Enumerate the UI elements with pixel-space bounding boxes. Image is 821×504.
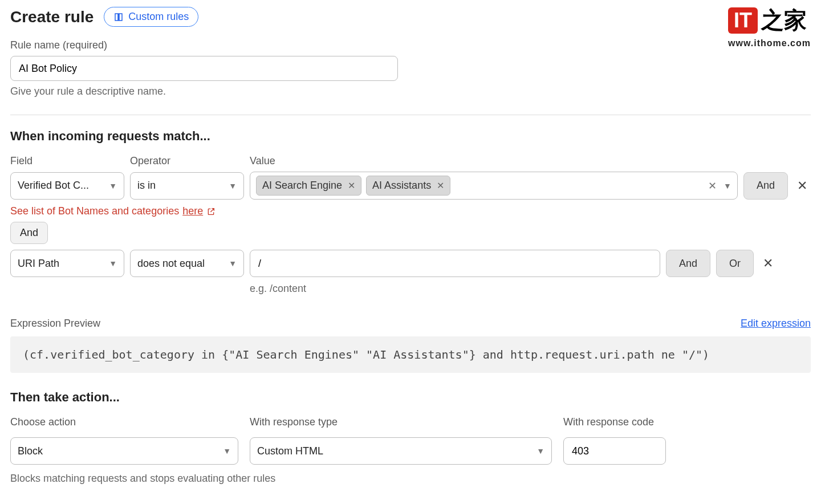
chevron-down-icon: ▼	[537, 446, 544, 456]
chevron-down-icon: ▼	[109, 259, 117, 268]
chip-label: AI Search Engine	[262, 180, 342, 192]
chip-remove-icon[interactable]: ✕	[437, 180, 444, 191]
value-multiselect[interactable]: AI Search Engine ✕ AI Assistants ✕ ✕ ▼	[250, 172, 738, 200]
col-header-operator: Operator	[130, 155, 244, 167]
rule-row: URI Path ▼ does not equal ▼ And Or ✕	[10, 250, 811, 277]
rule-name-label: Rule name (required)	[10, 39, 811, 51]
value-input[interactable]	[250, 250, 660, 277]
connector: And	[10, 222, 811, 244]
operator-select[interactable]: is in ▼	[130, 172, 244, 200]
rule-name-input[interactable]	[10, 56, 398, 81]
and-button[interactable]: And	[666, 250, 710, 277]
value-chip: AI Search Engine ✕	[256, 176, 361, 196]
col-header-field: Field	[10, 155, 124, 167]
custom-rules-label: Custom rules	[128, 11, 189, 23]
chevron-down-icon: ▼	[109, 181, 117, 190]
chevron-down-icon[interactable]: ▼	[724, 181, 731, 190]
expression-preview-label: Expression Preview	[10, 318, 100, 330]
bot-names-note: See list of Bot Names and categories her…	[10, 205, 811, 217]
response-type-value: Custom HTML	[257, 445, 323, 457]
book-icon	[113, 12, 124, 22]
field-select-value: Verified Bot C...	[18, 180, 89, 192]
col-header-value: Value	[250, 155, 811, 167]
operator-select-value: is in	[137, 180, 156, 192]
watermark-zh: 之家	[761, 5, 807, 36]
field-select[interactable]: URI Path ▼	[10, 250, 124, 277]
choose-action-select[interactable]: Block ▼	[10, 437, 238, 465]
edit-expression-link[interactable]: Edit expression	[741, 318, 811, 330]
chevron-down-icon: ▼	[229, 181, 237, 190]
value-chip: AI Assistants ✕	[366, 176, 450, 196]
custom-rules-button[interactable]: Custom rules	[104, 7, 198, 27]
chevron-down-icon: ▼	[223, 446, 231, 456]
rule-name-hint: Give your rule a descriptive name.	[10, 86, 811, 97]
remove-row-icon[interactable]: ✕	[794, 178, 811, 193]
or-button[interactable]: Or	[716, 250, 754, 277]
choose-action-value: Block	[18, 445, 43, 457]
clear-all-icon[interactable]: ✕	[708, 180, 717, 192]
chip-label: AI Assistants	[372, 180, 431, 192]
page-title: Create rule	[10, 8, 94, 26]
remove-row-icon[interactable]: ✕	[759, 256, 777, 271]
divider	[10, 115, 811, 115]
rule-row: Verified Bot C... ▼ is in ▼ AI Search En…	[10, 172, 811, 200]
bot-note-prefix: See list of Bot Names and categories	[10, 205, 179, 217]
response-code-input[interactable]	[563, 437, 666, 465]
external-link-icon	[206, 207, 216, 216]
watermark-it: IT	[728, 7, 758, 34]
action-hint: Blocks matching requests and stops evalu…	[10, 473, 811, 485]
action-section-title: Then take action...	[10, 390, 811, 405]
field-select[interactable]: Verified Bot C... ▼	[10, 172, 124, 200]
connector-and[interactable]: And	[10, 222, 48, 244]
response-type-select[interactable]: Custom HTML ▼	[250, 437, 552, 465]
chevron-down-icon: ▼	[229, 259, 237, 268]
chip-remove-icon[interactable]: ✕	[348, 180, 355, 191]
match-section-title: When incoming requests match...	[10, 129, 811, 144]
operator-select-value: does not equal	[137, 258, 205, 270]
watermark-url: www.ithome.com	[728, 38, 811, 48]
response-type-label: With response type	[250, 416, 552, 428]
and-button[interactable]: And	[743, 172, 788, 200]
response-code-label: With response code	[563, 416, 666, 428]
watermark: IT 之家 www.ithome.com	[728, 5, 811, 48]
expression-preview-code: (cf.verified_bot_category in {"AI Search…	[10, 336, 811, 373]
choose-action-label: Choose action	[10, 416, 238, 428]
bot-note-link[interactable]: here	[182, 205, 203, 217]
field-select-value: URI Path	[18, 258, 59, 270]
operator-select[interactable]: does not equal ▼	[130, 250, 244, 277]
value-hint: e.g. /content	[250, 283, 811, 295]
